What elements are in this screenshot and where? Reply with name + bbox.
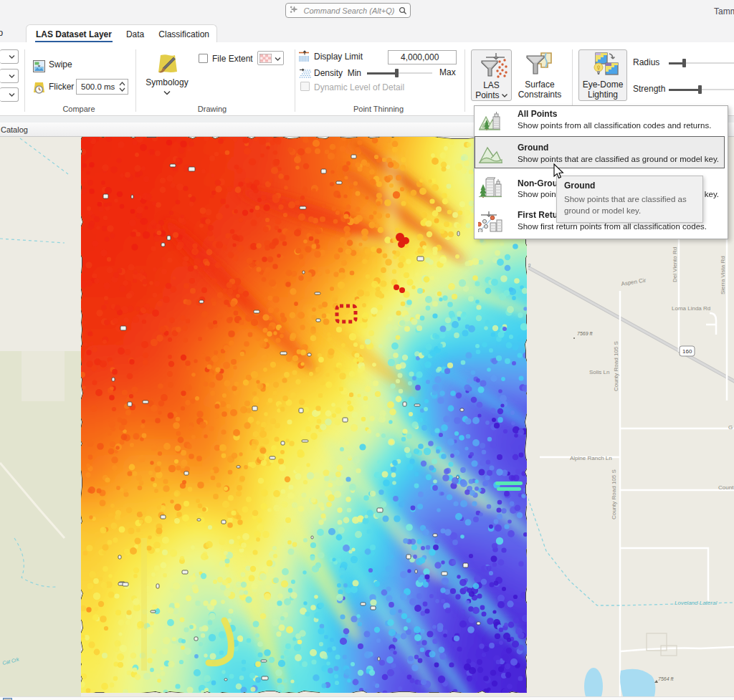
svg-text:G: G — [728, 424, 733, 431]
svg-text:Solis Ln: Solis Ln — [589, 369, 609, 375]
svg-text:Del Viento Rd: Del Viento Rd — [672, 247, 678, 282]
svg-text:Count: Count — [718, 484, 734, 491]
svg-text:Aspen Cir: Aspen Cir — [621, 277, 647, 287]
svg-text:7569 ft: 7569 ft — [577, 331, 593, 336]
svg-text:7564 ft: 7564 ft — [658, 676, 674, 681]
svg-text:Alpine Ranch Ln: Alpine Ranch Ln — [570, 455, 612, 461]
svg-text:Loma Linda Rd: Loma Linda Rd — [672, 305, 710, 312]
svg-text:160: 160 — [682, 348, 692, 355]
svg-text:County Road 105 S: County Road 105 S — [611, 469, 617, 519]
svg-text:Loveland Lateral: Loveland Lateral — [675, 600, 717, 606]
svg-text:Cat Crk: Cat Crk — [2, 656, 20, 666]
svg-text:County Road 105 S: County Road 105 S — [613, 341, 619, 391]
svg-text:Sierra Vista Rd: Sierra Vista Rd — [720, 256, 726, 294]
